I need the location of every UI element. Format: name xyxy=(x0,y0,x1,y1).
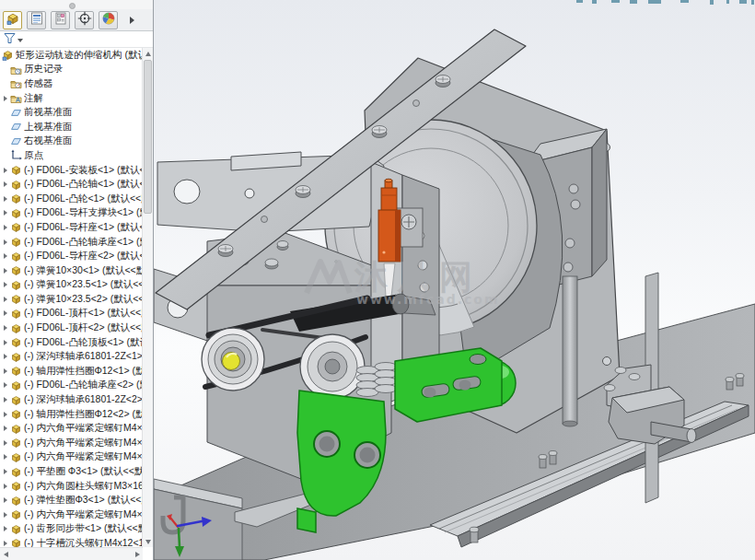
tree-item[interactable]: (-) FD06L-导杆支撑块<1> (默认 xyxy=(0,206,142,221)
tree-item[interactable]: (-) FD06L-凸轮轴承座<1> (默认 xyxy=(0,235,142,250)
tree-item[interactable]: (-) 齿形同步带<1> (默认<<默认 xyxy=(0,522,142,537)
tree-item[interactable]: (-) 十字槽沉头螺钉M4x12<1> ( xyxy=(0,536,142,547)
part-icon xyxy=(10,451,24,463)
scroll-right-arrow[interactable] xyxy=(132,548,143,560)
tree-item[interactable]: (-) 轴用弹性挡圈Φ12<2> (默认 xyxy=(0,407,142,422)
expand-arrow-icon[interactable] xyxy=(0,196,10,202)
tree-item-label: (-) 深沟球轴承61801-2Z<2> (默 xyxy=(24,393,142,406)
expand-arrow-icon[interactable] xyxy=(0,168,10,173)
tree-item[interactable]: (-) FD06L-导杆座<1> (默认<<默 xyxy=(0,220,142,235)
tree-item[interactable]: (-) 弹簧10×23.5<1> (默认<<默 xyxy=(0,278,142,293)
orange-sensor[interactable] xyxy=(378,179,401,262)
part-icon xyxy=(10,508,22,520)
right-pulley[interactable] xyxy=(300,334,365,399)
expand-arrow-icon[interactable] xyxy=(0,382,10,388)
tree-item-label: (-) FD06L-凸轮轴承座<1> (默认 xyxy=(24,236,142,249)
tree-item[interactable]: (-) 深沟球轴承61801-2Z<1> (默 xyxy=(0,349,142,364)
tab-configurationmanager[interactable] xyxy=(51,11,70,29)
expand-arrow-icon[interactable] xyxy=(0,412,10,417)
expand-arrow-icon[interactable] xyxy=(0,541,10,546)
springs[interactable] xyxy=(356,363,397,397)
vertical-scroll-thumb[interactable] xyxy=(144,60,152,214)
expand-arrow-icon[interactable] xyxy=(0,368,10,374)
expand-arrow-icon[interactable] xyxy=(0,512,10,518)
tree-item-label: (-) 内六角平端紧定螺钉M4×5<4 xyxy=(24,508,142,521)
tab-displaymanager[interactable] xyxy=(99,11,118,29)
expand-arrow-icon[interactable] xyxy=(0,181,10,187)
tree-filter-bar[interactable] xyxy=(0,31,153,48)
expand-arrow-icon[interactable] xyxy=(0,484,10,489)
tree-item-label: 历史记录 xyxy=(24,63,63,76)
tree-item[interactable]: (-) 深沟球轴承61801-2Z<2> (默 xyxy=(0,392,142,407)
expand-arrow-icon[interactable] xyxy=(0,225,10,230)
support-post[interactable] xyxy=(563,276,577,426)
expand-arrow-icon[interactable] xyxy=(0,96,10,101)
tree-item[interactable]: (-) FD06L-导杆座<2> (默认<<默 xyxy=(0,249,142,263)
tree-item[interactable]: (-) 弹性垫圈Φ3<1> (默认<<默 xyxy=(0,493,142,508)
expand-arrow-icon[interactable] xyxy=(0,426,10,431)
filter-dropdown-caret[interactable] xyxy=(17,39,23,42)
tab-dimxpertmanager[interactable] xyxy=(75,11,94,29)
part-icon xyxy=(10,451,22,463)
tab-propertymanager[interactable] xyxy=(27,11,46,29)
tree-item[interactable]: (-) FD06L-顶杆<1> (默认<<默认 xyxy=(0,307,142,321)
expand-arrow-icon[interactable] xyxy=(0,340,10,345)
tree-item-label: 传感器 xyxy=(24,77,53,90)
tree-item[interactable]: (-) FD06L-凸轮轴<1> (默认<<默 xyxy=(0,177,142,192)
expand-arrow-icon[interactable] xyxy=(0,397,10,402)
part-icon xyxy=(10,293,24,305)
tree-item[interactable]: 传感器 xyxy=(0,76,142,91)
tree-item[interactable]: (-) 内六角平端紧定螺钉M4×5<4 xyxy=(0,508,142,522)
part-icon xyxy=(10,251,22,262)
tree-horizontal-scrollbar[interactable] xyxy=(0,547,143,560)
expand-arrow-icon[interactable] xyxy=(0,526,10,531)
tree-item[interactable]: 前视基准面 xyxy=(0,105,142,120)
tree-item[interactable]: 上视基准面 xyxy=(0,120,142,134)
tree-item[interactable]: 右视基准面 xyxy=(0,134,142,149)
tree-item[interactable]: (-) 内六角圆柱头螺钉M3×16<1 xyxy=(0,479,142,494)
expand-arrow-icon[interactable] xyxy=(0,310,10,316)
tree-item[interactable]: (-) 内六角平端紧定螺钉M4×5<1 xyxy=(0,421,142,436)
tree-item-label: (-) 弹簧10×30<1> (默认<<默认 xyxy=(24,264,142,277)
scroll-left-arrow[interactable] xyxy=(0,548,11,560)
expand-arrow-icon[interactable] xyxy=(0,268,10,274)
panel-top-strip xyxy=(0,0,153,9)
tree-item[interactable]: (-) FD06L-顶杆<2> (默认<<默认 xyxy=(0,321,142,335)
tree-item-label: (-) FD06L-顶杆<1> (默认<<默认 xyxy=(24,307,142,320)
tree-item[interactable]: (-) 弹簧10×23.5<2> (默认<<默 xyxy=(0,292,142,307)
expand-arrow-icon[interactable] xyxy=(0,354,10,359)
scroll-down-arrow[interactable] xyxy=(143,536,153,547)
expand-arrow-icon[interactable] xyxy=(0,469,10,474)
expand-arrow-icon[interactable] xyxy=(0,325,10,331)
plane-icon xyxy=(10,135,22,147)
expand-arrow-icon[interactable] xyxy=(0,282,10,287)
tree-item[interactable]: (-) FD06L-凸轮顶板<1> (默认< xyxy=(0,335,142,350)
tree-item[interactable]: 注解 xyxy=(0,91,142,106)
expand-arrow-icon[interactable] xyxy=(0,253,10,259)
tree-item[interactable]: (-) FD06L-凸轮轴承座<2> (默认 xyxy=(0,379,142,393)
tree-root-item[interactable]: 矩形运动轨迹的伸缩机构 (默认<显示 xyxy=(0,48,142,63)
tree-item[interactable]: (-) 平垫圈 Φ3<1> (默认<<默认 xyxy=(0,464,142,479)
expand-arrow-icon[interactable] xyxy=(0,239,10,245)
expand-arrow-icon[interactable] xyxy=(0,454,10,460)
expand-arrow-icon[interactable] xyxy=(0,210,10,216)
tree-item[interactable]: (-) FD06L-安装板<1> (默认<<默 xyxy=(0,163,142,178)
expand-arrow-icon[interactable] xyxy=(0,497,10,503)
tab-featuremanager-tree[interactable] xyxy=(3,11,22,29)
tree-item[interactable]: (-) 弹簧10×30<1> (默认<<默认 xyxy=(0,263,142,278)
tree-item[interactable]: (-) FD06L-凸轮<1> (默认<<默认 xyxy=(0,192,142,206)
graphics-viewport[interactable]: 沐风网 www.mfcad.com xyxy=(154,0,755,560)
tree-item[interactable]: (-) 内六角平端紧定螺钉M4×5<3 xyxy=(0,450,142,465)
panel-splitter-handle[interactable] xyxy=(69,3,76,9)
tab-overflow-arrow[interactable] xyxy=(126,11,137,29)
folder-annot-icon xyxy=(10,92,24,104)
scroll-up-arrow[interactable] xyxy=(143,48,153,59)
tree-vertical-scrollbar[interactable] xyxy=(142,48,153,547)
tree-item[interactable]: 原点 xyxy=(0,148,142,163)
expand-arrow-icon[interactable] xyxy=(0,440,10,446)
tree-item[interactable]: (-) 内六角平端紧定螺钉M4×5<2 xyxy=(0,436,142,450)
left-pulley[interactable] xyxy=(202,328,264,391)
tree-item[interactable]: (-) 轴用弹性挡圈Φ12<1> (默认 xyxy=(0,364,142,379)
expand-arrow-icon[interactable] xyxy=(0,297,10,302)
tree-item[interactable]: 历史记录 xyxy=(0,63,142,77)
